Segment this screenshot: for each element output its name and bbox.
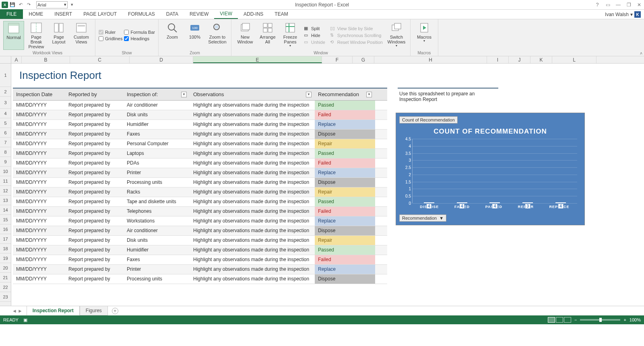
page-layout-shortcut[interactable] xyxy=(556,317,563,323)
zoom-selection-button[interactable]: Zoom to Selection xyxy=(207,21,228,50)
row-header-9[interactable]: 9 xyxy=(0,157,11,167)
row-header-19[interactable]: 19 xyxy=(0,253,11,263)
row-header-13[interactable]: 13 xyxy=(0,196,11,205)
table-row[interactable]: MM/DD/YYYYReport prepared byDisk unitsHi… xyxy=(13,236,387,245)
table-row[interactable]: MM/DD/YYYYReport prepared byPersonal Com… xyxy=(13,139,387,149)
filter-icon[interactable]: ▼ xyxy=(306,92,312,97)
row-header-17[interactable]: 17 xyxy=(0,234,11,244)
table-header-inspection-date[interactable]: Inspection Date xyxy=(13,89,65,100)
row-header-12[interactable]: 12 xyxy=(0,186,11,196)
macro-record-icon[interactable]: ▣ xyxy=(23,317,27,323)
collapse-ribbon-icon[interactable]: ʌ xyxy=(640,51,642,55)
zoom-button[interactable]: Zoom xyxy=(162,21,183,50)
table-row[interactable]: MM/DD/YYYYReport prepared byAir conditio… xyxy=(13,226,387,236)
row-header-18[interactable]: 18 xyxy=(0,244,11,253)
row-header-1[interactable]: 1 xyxy=(0,64,11,87)
tab-review[interactable]: REVIEW xyxy=(184,9,214,19)
table-row[interactable]: MM/DD/YYYYReport prepared byDisk unitsHi… xyxy=(13,110,387,120)
undo-icon[interactable]: ↶ xyxy=(17,1,24,8)
prev-sheet-icon[interactable]: ◄ xyxy=(12,308,17,314)
row-header-3[interactable]: 3 xyxy=(0,97,11,109)
chart-field-badge[interactable]: Count of Recommendation xyxy=(399,116,458,124)
unhide-button[interactable]: ▭Unhide xyxy=(302,39,327,45)
normal-view-button[interactable]: Normal xyxy=(3,21,24,50)
recommendation-chart[interactable]: Count of Recommendation COUNT OF RECOMME… xyxy=(396,113,585,225)
table-row[interactable]: MM/DD/YYYYReport prepared byTelephonesHi… xyxy=(13,207,387,216)
gridlines-checkbox[interactable]: Gridlines xyxy=(99,36,122,41)
font-select[interactable]: Arial▾ xyxy=(36,1,68,8)
user-account[interactable]: Ivan Walsh ▾ K xyxy=(605,11,641,18)
redo-icon[interactable]: ↷ xyxy=(25,1,32,8)
tab-formulas[interactable]: FORMULAS xyxy=(122,9,161,19)
close-icon[interactable]: ✕ xyxy=(636,2,642,8)
synchronous-scrolling-button[interactable]: ⇅Synchronous Scrolling xyxy=(328,32,384,39)
normal-view-shortcut[interactable] xyxy=(548,317,555,323)
column-header-E[interactable]: E xyxy=(193,56,322,63)
chart-filter-dropdown[interactable]: Recommendation▼ xyxy=(399,214,446,222)
excel-icon[interactable]: X xyxy=(2,2,8,8)
tab-insert[interactable]: INSERT xyxy=(49,9,78,19)
column-header-G[interactable]: G xyxy=(353,56,374,63)
zoom-100-button[interactable]: 100 100% xyxy=(184,21,205,50)
column-header-A[interactable]: A xyxy=(11,56,22,63)
tab-data[interactable]: DATA xyxy=(161,9,184,19)
sheet-tab-figures[interactable]: Figures xyxy=(80,306,108,315)
column-header-J[interactable]: J xyxy=(509,56,530,63)
tab-home[interactable]: HOME xyxy=(23,9,49,19)
row-header-16[interactable]: 16 xyxy=(0,224,11,234)
zoom-slider[interactable] xyxy=(580,319,620,321)
table-row[interactable]: MM/DD/YYYYReport prepared byProcessing u… xyxy=(13,274,387,284)
zoom-in-button[interactable]: + xyxy=(623,317,626,322)
column-header-D[interactable]: D xyxy=(130,56,193,63)
table-row[interactable]: MM/DD/YYYYReport prepared byWorkstations… xyxy=(13,216,387,226)
sheet-nav[interactable]: ◄ ► xyxy=(12,308,23,314)
row-header-23[interactable]: 23 xyxy=(0,292,11,302)
minimize-icon[interactable]: — xyxy=(615,2,621,8)
macros-button[interactable]: Macros▾ xyxy=(414,21,435,50)
row-header-4[interactable]: 4 xyxy=(0,109,11,118)
zoom-out-button[interactable]: − xyxy=(574,317,577,322)
column-header-H[interactable]: H xyxy=(374,56,487,63)
split-button[interactable]: ▦Split xyxy=(302,25,327,32)
page-break-shortcut[interactable] xyxy=(564,317,571,323)
row-header-22[interactable]: 22 xyxy=(0,282,11,292)
table-row[interactable]: MM/DD/YYYYReport prepared byPrinterHighl… xyxy=(13,168,387,178)
column-header-L[interactable]: L xyxy=(552,56,597,63)
row-header-8[interactable]: 8 xyxy=(0,147,11,157)
help-icon[interactable]: ? xyxy=(594,2,601,8)
row-header-20[interactable]: 20 xyxy=(0,263,11,273)
filter-icon[interactable]: ▼ xyxy=(366,92,372,97)
row-header-15[interactable]: 15 xyxy=(0,215,11,224)
hide-button[interactable]: ▭Hide xyxy=(302,32,327,39)
sheet-tab-inspection-report[interactable]: Inspection Report xyxy=(27,306,80,315)
row-header-7[interactable]: 7 xyxy=(0,138,11,147)
row-header-2[interactable]: 2 xyxy=(0,87,11,97)
ribbon-display-icon[interactable]: ▭ xyxy=(605,2,611,8)
row-header-11[interactable]: 11 xyxy=(0,176,11,186)
save-icon[interactable]: 💾 xyxy=(9,1,16,8)
table-row[interactable]: MM/DD/YYYYReport prepared byFaxesHighlig… xyxy=(13,255,387,265)
table-row[interactable]: MM/DD/YYYYReport prepared byProcessing u… xyxy=(13,178,387,187)
column-header-C[interactable]: C xyxy=(70,56,130,63)
table-row[interactable]: MM/DD/YYYYReport prepared byHumidifierHi… xyxy=(13,245,387,255)
page-break-preview-button[interactable]: Page Break Preview xyxy=(26,21,47,50)
row-header-6[interactable]: 6 xyxy=(0,128,11,138)
table-row[interactable]: MM/DD/YYYYReport prepared byLaptopsHighl… xyxy=(13,149,387,159)
reset-window-position-button[interactable]: ⟲Reset Window Position xyxy=(328,39,384,45)
page-layout-button[interactable]: Page Layout xyxy=(48,21,69,50)
tab-team[interactable]: TEAM xyxy=(269,9,293,19)
column-header-B[interactable]: B xyxy=(22,56,70,63)
table-row[interactable]: MM/DD/YYYYReport prepared byPrinterHighl… xyxy=(13,265,387,274)
next-sheet-icon[interactable]: ► xyxy=(18,308,23,314)
table-header-observations[interactable]: Observations▼ xyxy=(190,89,315,100)
customize-qat-icon[interactable]: ▾ xyxy=(68,1,76,8)
table-header-inspection-of-[interactable]: Inspection of:▼ xyxy=(124,89,190,100)
headings-checkbox[interactable]: Headings xyxy=(124,36,155,41)
table-row[interactable]: MM/DD/YYYYReport prepared byAir conditio… xyxy=(13,101,387,110)
formula-bar-checkbox[interactable]: Formula Bar xyxy=(124,30,155,35)
column-header-F[interactable]: F xyxy=(322,56,353,63)
switch-windows-button[interactable]: Switch Windows▾ xyxy=(386,21,407,50)
new-sheet-button[interactable]: + xyxy=(112,308,118,314)
tab-file[interactable]: FILE xyxy=(0,9,23,19)
table-row[interactable]: MM/DD/YYYYReport prepared byTape and dis… xyxy=(13,197,387,207)
